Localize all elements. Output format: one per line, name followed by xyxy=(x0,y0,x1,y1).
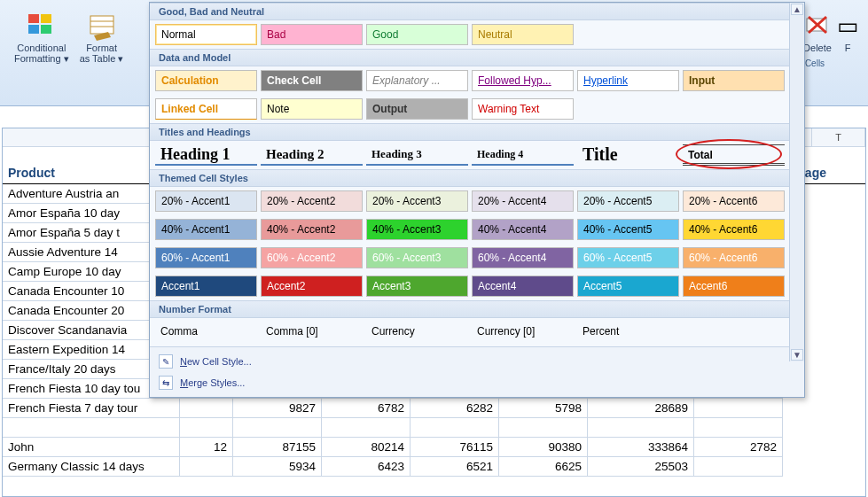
style-40-accent5[interactable]: 40% - Accent5 xyxy=(577,219,679,240)
cell-value[interactable]: 2782 xyxy=(694,438,783,457)
style-followed-hyp[interactable]: Followed Hyp... xyxy=(472,70,574,91)
gallery-scrollbar[interactable]: ▲ ▼ xyxy=(789,3,804,361)
table-row[interactable]: French Fiesta 7 day tour9827678262825798… xyxy=(3,399,865,418)
style-20-accent1[interactable]: 20% - Accent1 xyxy=(155,190,257,212)
style-currency0[interactable]: Currency [0] xyxy=(472,322,574,343)
format-label: F xyxy=(845,43,851,53)
table-row[interactable] xyxy=(3,418,865,438)
style-heading1[interactable]: Heading 1 xyxy=(155,144,257,166)
style-60-accent3[interactable]: 60% - Accent3 xyxy=(366,247,468,268)
style-20-accent6[interactable]: 20% - Accent6 xyxy=(683,190,785,212)
style-currency[interactable]: Currency xyxy=(366,322,468,343)
cell-value[interactable]: 5934 xyxy=(233,457,322,477)
format-icon: ▭ xyxy=(841,9,855,43)
style-note[interactable]: Note xyxy=(261,98,363,120)
conditional-formatting-button[interactable]: Conditional Formatting ▾ xyxy=(9,5,74,68)
style-comma[interactable]: Comma xyxy=(155,322,257,343)
format-as-table-button[interactable]: Format as Table ▾ xyxy=(74,5,129,68)
cell-value[interactable] xyxy=(694,418,783,438)
style-60-accent1[interactable]: 60% - Accent1 xyxy=(155,247,257,268)
cell-value[interactable]: 25503 xyxy=(588,457,694,477)
style-check-cell[interactable]: Check Cell xyxy=(261,70,363,91)
cell-value[interactable]: 12 xyxy=(180,438,233,457)
cell-value[interactable] xyxy=(233,418,322,438)
delete-icon xyxy=(801,9,834,43)
cell-value[interactable] xyxy=(694,399,783,418)
style-40-accent3[interactable]: 40% - Accent3 xyxy=(366,219,468,240)
cell-value[interactable]: 6521 xyxy=(411,457,499,477)
style-accent2[interactable]: Accent2 xyxy=(261,276,363,297)
scroll-up-icon[interactable]: ▲ xyxy=(791,4,803,15)
style-40-accent6[interactable]: 40% - Accent6 xyxy=(683,219,785,240)
cell-value[interactable]: 80214 xyxy=(322,438,411,457)
style-input[interactable]: Input xyxy=(683,70,785,91)
style-title[interactable]: Title xyxy=(577,144,679,166)
cell-value[interactable]: 5798 xyxy=(499,399,588,418)
cell-value[interactable]: 9827 xyxy=(233,399,322,418)
style-normal[interactable]: Normal xyxy=(155,24,257,45)
cell-value[interactable] xyxy=(322,418,411,438)
style-60-accent2[interactable]: 60% - Accent2 xyxy=(261,247,363,268)
cell-value[interactable] xyxy=(180,457,233,477)
style-60-accent4[interactable]: 60% - Accent4 xyxy=(472,247,574,268)
style-explanatory[interactable]: Explanatory ... xyxy=(366,70,468,91)
cell-value[interactable] xyxy=(499,418,588,438)
style-total[interactable]: Total xyxy=(683,144,785,166)
row-accent-40: 40% - Accent140% - Accent240% - Accent34… xyxy=(150,215,804,244)
style-linked-cell[interactable]: Linked Cell xyxy=(155,98,257,120)
cell-value[interactable]: 90380 xyxy=(499,438,588,457)
new-cell-style-menuitem[interactable]: ✎ New Cell Style... xyxy=(155,351,799,372)
row-data-model-1: CalculationCheck CellExplanatory ...Foll… xyxy=(150,66,804,95)
cell-product[interactable] xyxy=(3,418,180,438)
style-60-accent6[interactable]: 60% - Accent6 xyxy=(683,247,785,268)
cell-value[interactable]: 333864 xyxy=(588,438,694,457)
style-40-accent2[interactable]: 40% - Accent2 xyxy=(261,219,363,240)
cell-value[interactable]: 28689 xyxy=(588,399,694,418)
style-heading3[interactable]: Heading 3 xyxy=(366,144,468,166)
cell-value[interactable] xyxy=(180,399,233,418)
style-20-accent4[interactable]: 20% - Accent4 xyxy=(472,190,574,212)
cell-value[interactable]: 76115 xyxy=(411,438,499,457)
table-row[interactable]: John12871558021476115903803338642782 xyxy=(3,438,865,457)
style-accent1[interactable]: Accent1 xyxy=(155,276,257,297)
svg-rect-1 xyxy=(28,25,39,34)
cell-product[interactable]: John xyxy=(3,438,180,457)
style-20-accent3[interactable]: 20% - Accent3 xyxy=(366,190,468,212)
cell-product[interactable]: Germany Classic 14 days xyxy=(3,457,180,477)
style-calculation[interactable]: Calculation xyxy=(155,70,257,91)
format-button[interactable]: ▭ F xyxy=(840,5,856,57)
cell-value[interactable]: 6782 xyxy=(322,399,411,418)
cell-value[interactable]: 6625 xyxy=(499,457,588,477)
merge-styles-menuitem[interactable]: ⇆ Merge Styles... xyxy=(155,372,799,393)
style-accent5[interactable]: Accent5 xyxy=(577,276,679,297)
cell-value[interactable]: 6423 xyxy=(322,457,411,477)
style-comma0[interactable]: Comma [0] xyxy=(261,322,363,343)
style-bad[interactable]: Bad xyxy=(261,24,363,45)
style-neutral[interactable]: Neutral xyxy=(472,24,574,45)
style-hyperlink[interactable]: Hyperlink xyxy=(577,70,679,91)
cell-value[interactable] xyxy=(180,418,233,438)
cell-value[interactable] xyxy=(694,457,783,477)
style-40-accent1[interactable]: 40% - Accent1 xyxy=(155,219,257,240)
style-20-accent5[interactable]: 20% - Accent5 xyxy=(577,190,679,212)
style-percent[interactable]: Percent xyxy=(577,322,679,343)
style-good[interactable]: Good xyxy=(366,24,468,45)
style-output[interactable]: Output xyxy=(366,98,468,120)
cell-value[interactable]: 6282 xyxy=(411,399,499,418)
style-accent4[interactable]: Accent4 xyxy=(472,276,574,297)
cell-value[interactable] xyxy=(588,418,694,438)
style-heading4[interactable]: Heading 4 xyxy=(472,144,574,166)
scroll-down-icon[interactable]: ▼ xyxy=(791,349,803,361)
style-20-accent2[interactable]: 20% - Accent2 xyxy=(261,190,363,212)
cell-value[interactable] xyxy=(411,418,499,438)
style-40-accent4[interactable]: 40% - Accent4 xyxy=(472,219,574,240)
cell-product[interactable]: French Fiesta 7 day tour xyxy=(3,399,180,418)
colhead-t[interactable]: T xyxy=(812,128,865,146)
style-60-accent5[interactable]: 60% - Accent5 xyxy=(577,247,679,268)
style-accent3[interactable]: Accent3 xyxy=(366,276,468,297)
style-warning-text[interactable]: Warning Text xyxy=(472,98,574,120)
style-accent6[interactable]: Accent6 xyxy=(683,276,785,297)
style-heading2[interactable]: Heading 2 xyxy=(261,144,363,166)
table-row[interactable]: Germany Classic 14 days59346423652166252… xyxy=(3,457,865,477)
cell-value[interactable]: 87155 xyxy=(233,438,322,457)
